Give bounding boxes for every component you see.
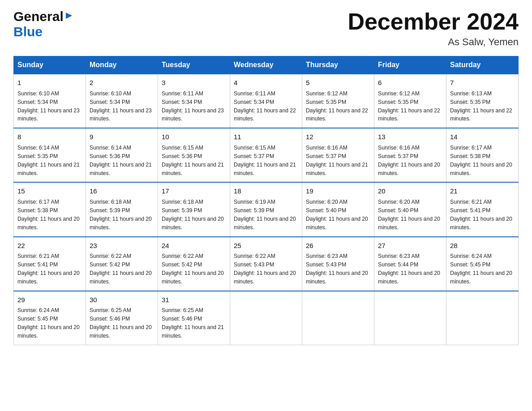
day-number: 16 [90,186,154,197]
svg-marker-0 [66,13,72,19]
calendar-cell: 3Sunrise: 6:11 AMSunset: 5:34 PMDaylight… [158,74,230,128]
calendar-cell: 6Sunrise: 6:12 AMSunset: 5:35 PMDaylight… [374,74,446,128]
calendar-cell: 16Sunrise: 6:18 AMSunset: 5:39 PMDayligh… [86,182,158,236]
day-sun-info: Sunrise: 6:16 AMSunset: 5:37 PMDaylight:… [378,144,442,178]
location-subtitle: As Salw, Yemen [348,36,519,48]
day-sun-info: Sunrise: 6:11 AMSunset: 5:34 PMDaylight:… [234,90,298,124]
day-sun-info: Sunrise: 6:24 AMSunset: 5:45 PMDaylight:… [17,306,82,340]
calendar-cell: 23Sunrise: 6:22 AMSunset: 5:42 PMDayligh… [86,237,158,291]
day-number: 14 [450,132,515,142]
day-number: 24 [162,241,226,251]
calendar-cell: 9Sunrise: 6:14 AMSunset: 5:36 PMDaylight… [86,128,158,182]
month-year-title: December 2024 [348,9,519,34]
day-number: 26 [306,241,370,251]
day-number: 9 [90,132,154,142]
calendar-cell: 21Sunrise: 6:21 AMSunset: 5:41 PMDayligh… [446,182,519,236]
day-sun-info: Sunrise: 6:11 AMSunset: 5:34 PMDaylight:… [162,90,226,124]
calendar-cell [230,291,302,345]
calendar-cell: 30Sunrise: 6:25 AMSunset: 5:46 PMDayligh… [86,291,158,345]
day-number: 2 [90,78,154,88]
day-number: 28 [450,241,515,251]
calendar-cell: 22Sunrise: 6:21 AMSunset: 5:41 PMDayligh… [14,237,86,291]
day-sun-info: Sunrise: 6:17 AMSunset: 5:38 PMDaylight:… [450,144,515,178]
day-sun-info: Sunrise: 6:25 AMSunset: 5:46 PMDaylight:… [90,306,154,340]
day-sun-info: Sunrise: 6:18 AMSunset: 5:39 PMDaylight:… [90,198,154,232]
calendar-cell: 27Sunrise: 6:23 AMSunset: 5:44 PMDayligh… [374,237,446,291]
day-sun-info: Sunrise: 6:22 AMSunset: 5:42 PMDaylight:… [162,252,226,286]
day-number: 13 [378,132,442,142]
calendar-table: SundayMondayTuesdayWednesdayThursdayFrid… [13,56,519,345]
calendar-cell: 26Sunrise: 6:23 AMSunset: 5:43 PMDayligh… [302,237,374,291]
day-sun-info: Sunrise: 6:14 AMSunset: 5:35 PMDaylight:… [17,144,82,178]
day-number: 10 [162,132,226,142]
calendar-cell: 15Sunrise: 6:17 AMSunset: 5:38 PMDayligh… [14,182,86,236]
calendar-cell: 4Sunrise: 6:11 AMSunset: 5:34 PMDaylight… [230,74,302,128]
calendar-cell: 8Sunrise: 6:14 AMSunset: 5:35 PMDaylight… [14,128,86,182]
weekday-header-row: SundayMondayTuesdayWednesdayThursdayFrid… [14,56,519,74]
day-sun-info: Sunrise: 6:23 AMSunset: 5:43 PMDaylight:… [306,252,370,286]
weekday-header-saturday: Saturday [446,56,519,74]
day-sun-info: Sunrise: 6:18 AMSunset: 5:39 PMDaylight:… [162,198,226,232]
day-number: 21 [450,186,515,197]
page-header: General Blue December 2024 As Salw, Yeme… [13,9,519,48]
day-number: 17 [162,186,226,197]
calendar-cell: 24Sunrise: 6:22 AMSunset: 5:42 PMDayligh… [158,237,230,291]
calendar-cell: 11Sunrise: 6:15 AMSunset: 5:37 PMDayligh… [230,128,302,182]
day-number: 12 [306,132,370,142]
calendar-cell: 10Sunrise: 6:15 AMSunset: 5:36 PMDayligh… [158,128,230,182]
day-sun-info: Sunrise: 6:24 AMSunset: 5:45 PMDaylight:… [450,252,515,286]
calendar-cell: 20Sunrise: 6:20 AMSunset: 5:40 PMDayligh… [374,182,446,236]
day-number: 31 [162,295,226,305]
calendar-cell [302,291,374,345]
calendar-cell: 13Sunrise: 6:16 AMSunset: 5:37 PMDayligh… [374,128,446,182]
day-number: 6 [378,78,442,88]
calendar-cell: 2Sunrise: 6:10 AMSunset: 5:34 PMDaylight… [86,74,158,128]
day-sun-info: Sunrise: 6:12 AMSunset: 5:35 PMDaylight:… [378,90,442,124]
day-sun-info: Sunrise: 6:10 AMSunset: 5:34 PMDaylight:… [17,90,82,124]
day-sun-info: Sunrise: 6:22 AMSunset: 5:42 PMDaylight:… [90,252,154,286]
day-sun-info: Sunrise: 6:25 AMSunset: 5:46 PMDaylight:… [162,306,226,340]
calendar-week-row: 8Sunrise: 6:14 AMSunset: 5:35 PMDaylight… [14,128,519,182]
calendar-cell [374,291,446,345]
day-number: 7 [450,78,515,88]
logo-blue-text: Blue [13,24,43,39]
day-sun-info: Sunrise: 6:17 AMSunset: 5:38 PMDaylight:… [17,198,82,232]
day-sun-info: Sunrise: 6:14 AMSunset: 5:36 PMDaylight:… [90,144,154,178]
calendar-cell [446,291,519,345]
day-number: 5 [306,78,370,88]
weekday-header-wednesday: Wednesday [230,56,302,74]
day-number: 25 [234,241,298,251]
day-sun-info: Sunrise: 6:21 AMSunset: 5:41 PMDaylight:… [450,198,515,232]
day-number: 4 [234,78,298,88]
day-number: 15 [17,186,82,197]
day-sun-info: Sunrise: 6:10 AMSunset: 5:34 PMDaylight:… [90,90,154,124]
day-sun-info: Sunrise: 6:15 AMSunset: 5:37 PMDaylight:… [234,144,298,178]
calendar-week-row: 22Sunrise: 6:21 AMSunset: 5:41 PMDayligh… [14,237,519,291]
day-number: 23 [90,241,154,251]
calendar-cell: 14Sunrise: 6:17 AMSunset: 5:38 PMDayligh… [446,128,519,182]
day-number: 1 [17,78,82,88]
day-sun-info: Sunrise: 6:20 AMSunset: 5:40 PMDaylight:… [306,198,370,232]
day-sun-info: Sunrise: 6:23 AMSunset: 5:44 PMDaylight:… [378,252,442,286]
logo-general-text: General [13,9,64,24]
day-sun-info: Sunrise: 6:12 AMSunset: 5:35 PMDaylight:… [306,90,370,124]
calendar-cell: 29Sunrise: 6:24 AMSunset: 5:45 PMDayligh… [14,291,86,345]
day-number: 18 [234,186,298,197]
calendar-cell: 18Sunrise: 6:19 AMSunset: 5:39 PMDayligh… [230,182,302,236]
calendar-week-row: 15Sunrise: 6:17 AMSunset: 5:38 PMDayligh… [14,182,519,236]
calendar-cell: 12Sunrise: 6:16 AMSunset: 5:37 PMDayligh… [302,128,374,182]
day-number: 3 [162,78,226,88]
logo-arrow-icon [64,11,73,22]
day-number: 11 [234,132,298,142]
day-number: 30 [90,295,154,305]
weekday-header-sunday: Sunday [14,56,86,74]
day-sun-info: Sunrise: 6:15 AMSunset: 5:36 PMDaylight:… [162,144,226,178]
calendar-cell: 5Sunrise: 6:12 AMSunset: 5:35 PMDaylight… [302,74,374,128]
day-sun-info: Sunrise: 6:21 AMSunset: 5:41 PMDaylight:… [17,252,82,286]
calendar-cell: 7Sunrise: 6:13 AMSunset: 5:35 PMDaylight… [446,74,519,128]
calendar-cell: 28Sunrise: 6:24 AMSunset: 5:45 PMDayligh… [446,237,519,291]
day-sun-info: Sunrise: 6:20 AMSunset: 5:40 PMDaylight:… [378,198,442,232]
day-sun-info: Sunrise: 6:22 AMSunset: 5:43 PMDaylight:… [234,252,298,286]
calendar-cell: 31Sunrise: 6:25 AMSunset: 5:46 PMDayligh… [158,291,230,345]
calendar-cell: 19Sunrise: 6:20 AMSunset: 5:40 PMDayligh… [302,182,374,236]
